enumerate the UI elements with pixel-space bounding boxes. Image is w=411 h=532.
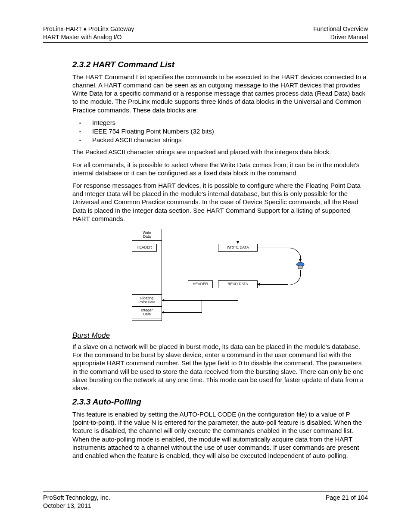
section-233-p: This feature is enabled by setting the A… xyxy=(72,410,368,460)
diagram-arrow xyxy=(162,300,238,301)
header-right-line2: Driver Manual xyxy=(313,33,368,41)
diagram-label: Floating Point Data xyxy=(138,296,156,305)
diagram-header-box: HEADER xyxy=(132,244,157,252)
page-footer: ProSoft Technology, Inc. October 13, 201… xyxy=(43,492,368,510)
diagram-line xyxy=(238,288,238,300)
diagram-label: WRITE DATA xyxy=(227,246,249,249)
diagram-curve xyxy=(286,270,301,285)
section-233-title: 2.3.3 Auto-Polling xyxy=(72,397,368,407)
footer-date: October 13, 2011 xyxy=(43,502,110,510)
diagram-line xyxy=(202,300,202,312)
diagram-line xyxy=(258,248,288,248)
diagram-arrow xyxy=(258,284,288,285)
diagram-arrow xyxy=(300,255,301,261)
bullet-item: IEEE 754 Floating Point Numbers (32 bits… xyxy=(84,127,368,136)
header-left-line2: HART Master with Analog I/O xyxy=(43,33,134,41)
diagram-label: READ DATA xyxy=(227,282,248,286)
section-232-p3: For all commands, it is possible to sele… xyxy=(72,161,368,177)
hart-command-diagram: Write Data Floating Point Data Integer D… xyxy=(132,229,308,324)
section-232-bullets: Integers IEEE 754 Floating Point Numbers… xyxy=(72,118,368,145)
bullet-item: Packed ASCII character strings xyxy=(84,136,368,144)
diagram-header-box: HEADER xyxy=(188,280,213,288)
section-232-p2: The Packed ASCII character strings are u… xyxy=(72,148,368,156)
diagram-floating-point-cell: Floating Point Data xyxy=(132,294,162,306)
diagram-write-data-cell: Write Data xyxy=(132,229,162,241)
section-232-p4: For response messages from HART devices,… xyxy=(72,181,368,223)
header-right-line1: Functional Overview xyxy=(313,25,368,33)
section-232-p1: The HART Command List specifies the comm… xyxy=(72,73,368,114)
page-header: ProLinx-HART ♦ ProLinx Gateway HART Mast… xyxy=(43,25,368,43)
bullet-item: Integers xyxy=(84,118,368,127)
diagram-integer-data-cell: Integer Data xyxy=(132,306,162,318)
diagram-arrow xyxy=(238,235,238,243)
footer-company: ProSoft Technology, Inc. xyxy=(43,494,110,502)
diagram-label: Integer Data xyxy=(141,308,153,317)
burst-mode-heading: Burst Mode xyxy=(72,331,368,340)
diagram-label: HEADER xyxy=(193,282,208,286)
section-232-title: 2.3.2 HART Command List xyxy=(72,60,368,69)
svg-rect-1 xyxy=(298,265,302,269)
diagram-container: Write Data Floating Point Data Integer D… xyxy=(72,229,368,324)
footer-page: Page 21 of 104 xyxy=(326,494,368,502)
diagram-read-data-box: READ DATA xyxy=(218,280,258,288)
diagram-label: HEADER xyxy=(137,246,152,249)
burst-mode-p: If a slave on a network will be placed i… xyxy=(72,342,368,392)
diagram-arrow xyxy=(162,312,202,313)
diagram-line xyxy=(162,235,238,235)
diagram-write-data-box: WRITE DATA xyxy=(218,244,258,252)
page-content: 2.3.2 HART Command List The HART Command… xyxy=(43,43,368,460)
diagram-label: Write Data xyxy=(143,231,151,239)
header-left-line1: ProLinx-HART ♦ ProLinx Gateway xyxy=(43,25,134,33)
